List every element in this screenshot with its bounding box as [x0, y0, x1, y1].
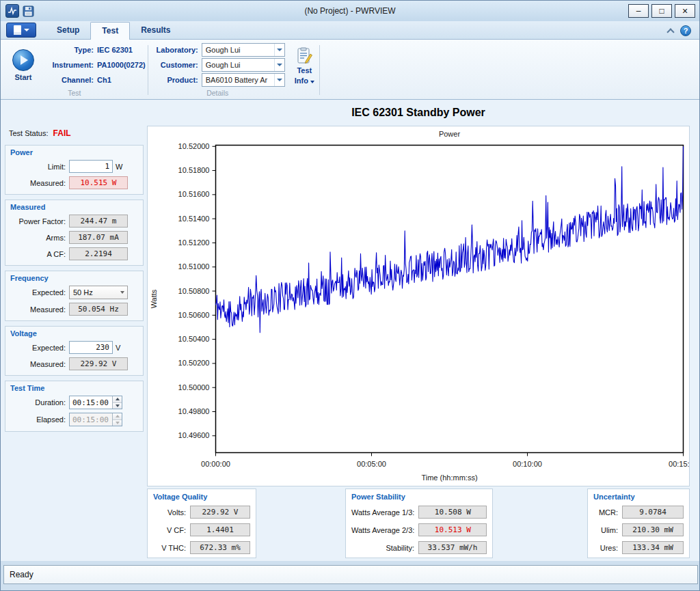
svg-text:10.49800: 10.49800 [178, 407, 210, 415]
power-factor-label: Power Factor: [10, 217, 66, 225]
save-icon[interactable] [23, 5, 34, 17]
svg-text:Watts: Watts [150, 289, 158, 308]
type-row: Type: IEC 62301 [43, 42, 146, 57]
maximize-button[interactable]: □ [651, 4, 672, 18]
tab-results[interactable]: Results [130, 22, 181, 39]
svg-text:10.51200: 10.51200 [178, 238, 210, 247]
app-icon[interactable] [5, 4, 19, 18]
svg-text:10.50000: 10.50000 [178, 383, 210, 391]
ribbon-body: Start Type: IEC 62301 Instrument: PA1000… [1, 40, 699, 100]
svg-text:00:00:00: 00:00:00 [201, 460, 230, 468]
voltage-measured-row: Measured: 229.92 V [10, 357, 139, 370]
elapsed-input [70, 413, 112, 426]
start-label: Start [14, 73, 31, 81]
frequency-measured-value: 50.054 Hz [69, 303, 128, 316]
group-test-time-title: Test Time [10, 384, 139, 392]
start-button[interactable]: Start [3, 48, 43, 83]
limit-input[interactable] [69, 160, 113, 173]
voltage-measured-label: Measured: [10, 360, 66, 368]
waveform-glyph [8, 6, 17, 16]
laboratory-select[interactable]: Gough Lui [202, 43, 285, 57]
volts-value: 229.92 V [190, 506, 250, 519]
channel-value: Ch1 [97, 76, 111, 84]
svg-text:10.51800: 10.51800 [178, 166, 210, 174]
titlebar: (No Project) - PWRVIEW – □ × [1, 1, 699, 21]
voltage-quality-title: Voltage Quality [153, 493, 250, 501]
voltage-expected-input[interactable] [69, 341, 113, 354]
group-caption-details: Details [150, 89, 285, 99]
help-icon[interactable]: ? [680, 25, 691, 36]
product-select[interactable]: BA6010 Battery Ar [202, 73, 285, 87]
minimize-icon: – [636, 6, 641, 16]
duration-input[interactable] [70, 396, 112, 409]
spin-down-icon [116, 422, 120, 424]
close-button[interactable]: × [675, 4, 695, 18]
customer-select[interactable]: Gough Lui [202, 58, 285, 72]
svg-text:Power: Power [439, 130, 461, 138]
limit-row: Limit: W [10, 160, 139, 173]
frequency-measured-label: Measured: [10, 305, 66, 314]
svg-text:10.51400: 10.51400 [178, 215, 210, 223]
minimize-button[interactable]: – [628, 4, 649, 18]
status-text: Ready [10, 570, 33, 579]
customer-label: Customer: [150, 61, 198, 69]
vcf-label: V CF: [153, 526, 186, 534]
chevron-down-icon [274, 44, 284, 56]
elapsed-label: Elapsed: [10, 415, 66, 424]
frequency-select[interactable]: 50 Hz [69, 286, 128, 299]
mcr-label: MCR: [593, 508, 618, 517]
power-chart-panel: PowerWatts10.4960010.4980010.5000010.502… [147, 126, 690, 486]
spin-up-button[interactable] [113, 396, 122, 402]
limit-label: Limit: [10, 163, 66, 171]
watts-avg-13-row: Watts Average 1/3: 10.508 W [351, 506, 487, 519]
duration-spinner[interactable] [69, 396, 122, 409]
spin-down-button [113, 420, 122, 426]
watts-avg-13-value: 10.508 W [418, 506, 487, 519]
tab-test[interactable]: Test [90, 22, 130, 40]
window-title: (No Project) - PWRVIEW [1, 6, 699, 16]
laboratory-value: Gough Lui [206, 46, 241, 54]
instrument-row: Instrument: PA1000(0272) [43, 57, 146, 72]
watts-avg-23-value: 10.513 W [418, 523, 487, 536]
ures-label: Ures: [593, 544, 618, 552]
uncertainty-panel: Uncertainty MCR: 9.0784 Ulim: 210.30 mW … [587, 489, 690, 558]
group-separator [319, 45, 320, 95]
voltage-unit: V [116, 344, 120, 352]
ribbon-tab-row: Setup Test Results ? [1, 21, 699, 40]
spin-down-button[interactable] [113, 402, 122, 409]
uncertainty-title: Uncertainty [593, 493, 684, 501]
chevron-down-icon [310, 81, 314, 83]
group-power: Power Limit: W Measured: 10.515 W [5, 145, 144, 195]
mcr-row: MCR: 9.0784 [593, 506, 684, 519]
watts-avg-23-row: Watts Average 2/3: 10.513 W [351, 523, 487, 536]
acf-row: A CF: 2.2194 [10, 247, 139, 260]
power-measured-label: Measured: [10, 179, 66, 187]
watts-avg-13-label: Watts Average 1/3: [351, 508, 414, 517]
svg-text:10.50800: 10.50800 [178, 287, 210, 295]
channel-row: Channel: Ch1 [43, 72, 146, 87]
volts-label: Volts: [153, 508, 186, 517]
ribbon-group-test: Start Type: IEC 62301 Instrument: PA1000… [3, 41, 146, 99]
power-stability-panel: Power Stability Watts Average 1/3: 10.50… [345, 489, 493, 558]
test-info-icon [295, 47, 313, 65]
svg-text:00:10:00: 00:10:00 [513, 460, 542, 468]
tab-setup[interactable]: Setup [46, 22, 90, 39]
product-row: Product: BA6010 Battery Ar [150, 72, 285, 87]
test-info-label-2: Info [295, 77, 314, 85]
test-status-value: FAIL [53, 128, 71, 138]
ures-value: 133.34 mW [622, 541, 684, 554]
type-value: IEC 62301 [97, 46, 133, 54]
voltage-expected-row: Expected: V [10, 341, 139, 354]
ulim-value: 210.30 mW [622, 523, 684, 536]
collapse-ribbon-icon[interactable] [667, 28, 674, 36]
test-status-label: Test Status: [9, 129, 48, 137]
arms-label: Arms: [10, 234, 66, 242]
svg-text:10.50200: 10.50200 [178, 359, 210, 367]
file-menu-button[interactable] [6, 23, 36, 38]
product-label: Product: [150, 76, 198, 84]
watts-avg-23-label: Watts Average 2/3: [351, 526, 414, 534]
arms-row: Arms: 187.07 mA [10, 231, 139, 244]
vthc-row: V THC: 672.33 m% [153, 541, 250, 554]
mcr-value: 9.0784 [622, 506, 684, 519]
test-info-button[interactable]: Test Info [292, 41, 317, 99]
